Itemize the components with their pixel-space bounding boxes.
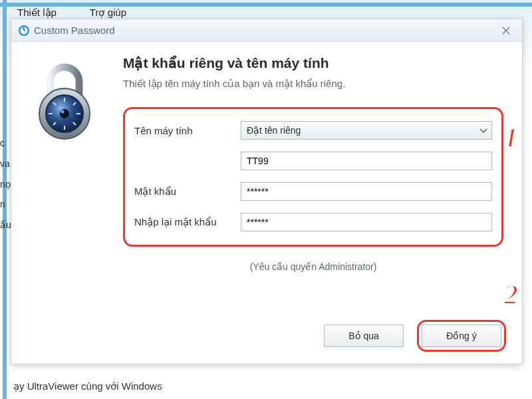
lock-icon (31, 62, 98, 304)
admin-note: (Yêu cầu quyền Administrator) (123, 261, 503, 272)
ok-button[interactable]: Đồng ý (422, 325, 501, 347)
menu-setup[interactable]: Thiết lập (17, 7, 57, 19)
label-confirm-password: Nhập lại mật khẩu (134, 216, 241, 228)
row-confirm-password: Nhập lại mật khẩu (134, 213, 492, 231)
ok-highlight: Đồng ý (417, 320, 506, 352)
label-password: Mật khẩu (134, 186, 241, 198)
annotation-2: 2 (504, 279, 518, 311)
dialog-title: Custom Password (34, 25, 115, 36)
menu-help[interactable]: Trợ giúp (90, 7, 126, 19)
computer-name-mode-select[interactable]: Đặt tên riêng (241, 121, 492, 140)
computer-name-input[interactable] (241, 152, 492, 170)
svg-point-12 (60, 109, 69, 118)
dialog-footer: Bỏ qua Đồng ý (11, 317, 522, 364)
select-value: Đặt tên riêng (247, 125, 301, 136)
dialog-body: Mật khẩu riêng và tên máy tính Thiết lập… (11, 42, 522, 317)
close-button[interactable] (497, 23, 515, 38)
close-icon (502, 27, 510, 35)
content-column: Mật khẩu riêng và tên máy tính Thiết lập… (123, 55, 503, 304)
row-password: Mật khẩu (134, 182, 492, 201)
custom-password-dialog: Custom Password (11, 19, 523, 364)
form-highlight-area: Tên máy tính Đặt tên riêng . (123, 107, 503, 247)
confirm-password-input[interactable] (241, 213, 492, 231)
dialog-heading: Mật khẩu riêng và tên máy tính (123, 55, 503, 71)
background-text-bottom: ạy UltraViewer cùng với Windows (13, 380, 162, 392)
row-computer-name-input: . (134, 152, 492, 170)
app-icon (18, 25, 30, 37)
dialog-titlebar: Custom Password (11, 19, 522, 42)
chevron-down-icon (479, 125, 487, 136)
label-computer-name: Tên máy tính (134, 125, 241, 136)
menu-bar: Thiết lập Trợ giúp (0, 7, 126, 19)
password-input[interactable] (241, 182, 492, 201)
svg-point-13 (61, 110, 65, 114)
skip-button[interactable]: Bỏ qua (324, 325, 404, 347)
lock-column (25, 55, 104, 304)
annotation-1: 1 (504, 122, 518, 154)
row-computer-name: Tên máy tính Đặt tên riêng (134, 121, 492, 140)
dialog-subheading: Thiết lập tên máy tính của bạn và mật kh… (123, 78, 503, 90)
